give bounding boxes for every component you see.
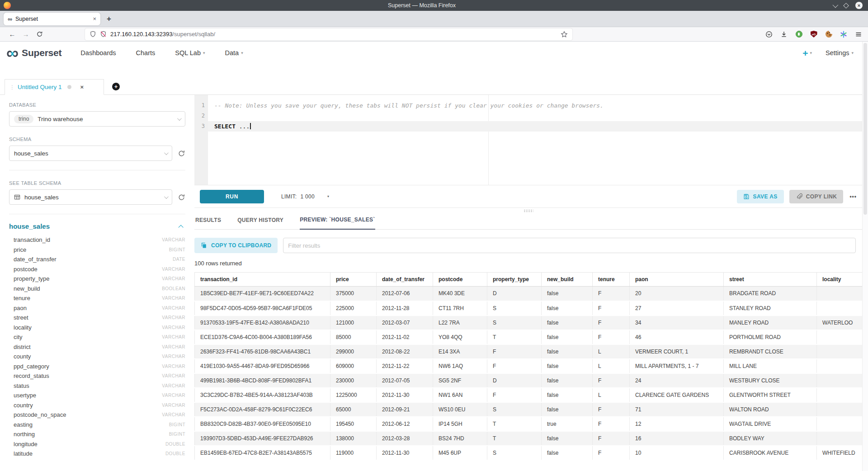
schema-column[interactable]: new_buildBOOLEAN (9, 284, 185, 294)
editor-code[interactable]: -- Note: Unless you save your query, the… (208, 95, 862, 185)
schema-column[interactable]: localityVARCHAR (9, 323, 185, 333)
query-tab-close-icon[interactable]: × (80, 84, 84, 90)
schema-column[interactable]: eastingBIGINT (9, 420, 185, 430)
tab-query-history[interactable]: QUERY HISTORY (237, 217, 283, 229)
column-header[interactable]: street (724, 273, 817, 287)
window-close-icon[interactable]: × (855, 2, 863, 9)
reload-button[interactable] (33, 28, 46, 40)
schema-select[interactable]: house_sales (9, 146, 172, 161)
editor-line[interactable]: -- Note: Unless you save your query, the… (208, 100, 862, 111)
schema-column[interactable]: postcode_no_spaceVARCHAR (9, 410, 185, 420)
column-header[interactable]: new_build (542, 273, 593, 287)
table-row[interactable]: F5C273AC-0D2A-458F-8279-9C61F0C22EC66500… (195, 402, 863, 417)
column-header[interactable]: date_of_transfer (377, 273, 433, 287)
greasemonkey-extension-icon[interactable] (795, 30, 803, 38)
menu-hamburger-icon[interactable] (854, 30, 863, 38)
schema-column[interactable]: priceBIGINT (9, 245, 185, 255)
editor-line[interactable] (208, 111, 862, 121)
schema-column[interactable]: latitudeDOUBLE (9, 449, 185, 459)
spark-extension-icon[interactable] (840, 30, 848, 38)
tab-results[interactable]: RESULTS (195, 217, 221, 229)
table-row[interactable]: BB8320C9-D82B-4B37-90E0-9FEE05095E101954… (195, 417, 863, 431)
nav-item-charts[interactable]: Charts (136, 49, 156, 57)
shield-off-icon[interactable] (100, 31, 107, 38)
table-row[interactable]: EB1459EB-67ED-47C8-B2E7-A38143AB55751190… (195, 446, 863, 460)
schema-column[interactable]: date_of_transferDATE (9, 254, 185, 264)
new-tab-button[interactable]: + (107, 14, 111, 24)
new-item-button[interactable]: + ▾ (802, 48, 812, 58)
nav-item-dashboards[interactable]: Dashboards (80, 49, 116, 57)
settings-menu[interactable]: Settings ▾ (826, 49, 854, 57)
schema-column[interactable]: tenureVARCHAR (9, 293, 185, 303)
nav-item-sql-lab[interactable]: SQL Lab▾ (175, 49, 205, 57)
schema-column[interactable]: northingBIGINT (9, 429, 185, 439)
nav-item-data[interactable]: Data▾ (225, 49, 243, 57)
table-row[interactable]: 98F5DC47-0D05-4D59-95B7-98CA6F1FDE052250… (195, 301, 863, 316)
schema-column[interactable]: record_statusVARCHAR (9, 371, 185, 381)
refresh-table-icon[interactable] (178, 193, 185, 201)
url-bar[interactable]: 217.160.120.143:32393/superset/sqllab/ (85, 28, 572, 40)
table-row[interactable]: 2636F323-FF41-4765-81DB-98CAA6A43BC12990… (195, 344, 863, 359)
editor-line[interactable]: SELECT ... (208, 121, 862, 132)
window-minimize-icon[interactable] (833, 2, 839, 8)
more-options-button[interactable]: ••• (849, 193, 857, 200)
schema-column[interactable]: countryVARCHAR (9, 400, 185, 410)
copy-link-button[interactable]: COPY LINK (789, 190, 844, 203)
schema-column[interactable]: paonVARCHAR (9, 303, 185, 313)
schema-column[interactable]: cityVARCHAR (9, 332, 185, 342)
column-header[interactable]: property_type (487, 273, 542, 287)
query-tab[interactable]: ⋮ Untitled Query 1 × (5, 79, 104, 95)
table-row[interactable]: 419E1030-9A55-4467-8DA9-9FED95D659666090… (195, 359, 863, 373)
shield-icon[interactable] (90, 31, 96, 38)
schema-column[interactable]: streetVARCHAR (9, 313, 185, 323)
window-maximize-icon[interactable] (843, 3, 849, 9)
tab-preview[interactable]: PREVIEW: `HOUSE_SALES` (300, 217, 375, 230)
refresh-schema-icon[interactable] (178, 150, 185, 157)
page-scrollbar[interactable] (862, 42, 868, 471)
database-select[interactable]: trino Trino warehouse (9, 111, 185, 127)
column-header[interactable]: paon (630, 273, 724, 287)
schema-column[interactable]: longitudeDOUBLE (9, 439, 185, 449)
column-header[interactable]: postcode (433, 273, 487, 287)
pocket-icon[interactable] (765, 30, 773, 38)
pane-resize-handle[interactable] (524, 209, 533, 212)
tab-close-icon[interactable]: × (93, 15, 96, 22)
schema-column[interactable]: transaction_idVARCHAR (9, 235, 185, 245)
browser-tab[interactable]: ∞ Superset × (4, 13, 100, 25)
table-row[interactable]: 193907D3-5DBD-453D-A49E-9FEE27DAB9261380… (195, 431, 863, 446)
schema-column[interactable]: usertypeVARCHAR (9, 391, 185, 400)
superset-logo[interactable]: ∞ Superset (6, 47, 61, 59)
url-text[interactable]: 217.160.120.143:32393/superset/sqllab/ (110, 31, 215, 38)
schema-column[interactable]: ppd_categoryVARCHAR (9, 362, 185, 372)
sql-editor[interactable]: 123 -- Note: Unless you save your query,… (194, 95, 862, 185)
copy-to-clipboard-button[interactable]: COPY TO CLIPBOARD (194, 238, 278, 253)
ublock-extension-icon[interactable]: uO (810, 30, 818, 38)
bookmark-star-icon[interactable] (561, 31, 568, 38)
save-as-button[interactable]: SAVE AS (737, 190, 784, 203)
table-row[interactable]: 3C3C29DC-B7B2-4BE5-914A-A38123AF403B1225… (195, 388, 863, 402)
table-row[interactable]: 1B5C39ED-BE7F-41EF-9E71-9C60EED74A223750… (195, 287, 863, 301)
column-header[interactable]: locality (817, 273, 863, 287)
cookie-extension-icon[interactable] (825, 30, 833, 38)
column-header[interactable]: transaction_id (195, 273, 330, 287)
table-name-header[interactable]: house_sales (9, 222, 50, 230)
downloads-icon[interactable] (780, 30, 788, 38)
collapse-chevron-icon[interactable] (178, 225, 183, 230)
table-schema-select[interactable]: house_sales (9, 189, 172, 205)
schema-column[interactable]: postcodeVARCHAR (9, 264, 185, 274)
column-header[interactable]: tenure (593, 273, 630, 287)
run-button[interactable]: RUN (200, 190, 264, 203)
forward-button[interactable]: → (19, 28, 33, 40)
schema-column[interactable]: property_typeVARCHAR (9, 274, 185, 284)
table-row[interactable]: 91370533-19F5-47FE-B142-A380A8ADA2101210… (195, 316, 863, 330)
add-query-tab-button[interactable]: + (112, 83, 120, 90)
schema-column[interactable]: districtVARCHAR (9, 342, 185, 352)
limit-dropdown[interactable]: LIMIT: 1 000 ▾ (281, 193, 329, 200)
column-header[interactable]: price (330, 273, 377, 287)
table-row[interactable]: 499B1981-3B6B-4BCD-808F-9FED9802BFA12300… (195, 373, 863, 388)
back-button[interactable]: ← (5, 28, 19, 40)
table-row[interactable]: ECE1D376-C9A6-4C00-B004-A380B189FA568500… (195, 330, 863, 344)
schema-column[interactable]: statusVARCHAR (9, 381, 185, 391)
filter-results-input[interactable] (283, 238, 856, 253)
schema-column[interactable]: countyVARCHAR (9, 352, 185, 362)
